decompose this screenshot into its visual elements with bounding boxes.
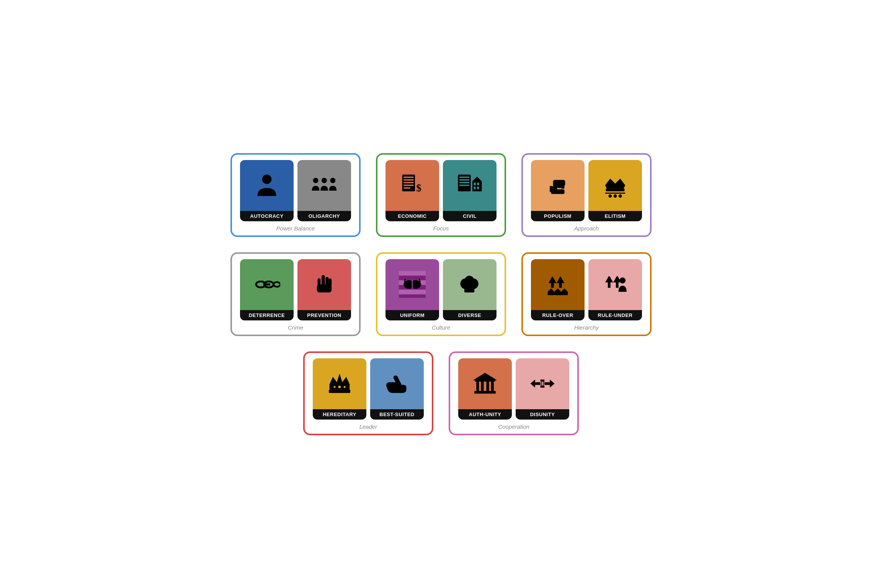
svg-rect-52	[399, 294, 426, 298]
category-name-culture: Culture	[432, 324, 450, 331]
category-hierarchy: RULE-OVER RULE-UNDER	[521, 252, 652, 336]
svg-point-0	[262, 175, 272, 184]
svg-rect-14	[459, 182, 469, 183]
hereditary-icon	[313, 358, 366, 409]
svg-marker-68	[605, 276, 613, 283]
economic-icon: $	[385, 160, 439, 211]
svg-point-1	[313, 178, 318, 183]
svg-marker-81	[473, 373, 497, 380]
svg-marker-21	[472, 176, 482, 181]
rule-over-label: RULE-OVER	[531, 310, 585, 320]
svg-rect-51	[399, 290, 426, 294]
card-hereditary[interactable]: HEREDITARY	[313, 358, 366, 420]
card-rule-over[interactable]: RULE-OVER	[531, 259, 585, 320]
card-disunity[interactable]: DISUNITY	[516, 358, 569, 420]
svg-rect-7	[403, 182, 413, 183]
card-oligarchy[interactable]: OLIGARCHY	[297, 160, 351, 221]
autocracy-label: AUTOCRACY	[240, 211, 294, 221]
cards-row: HEREDITARY BEST-SUITED	[313, 358, 424, 420]
bottom-row: HEREDITARY BEST-SUITED Leader	[230, 351, 652, 435]
card-populism[interactable]: POPULISM	[531, 160, 585, 221]
card-rule-under[interactable]: RULE-UNDER	[588, 259, 642, 320]
category-name-focus: Focus	[433, 225, 449, 232]
cards-row: POPULISM ELITISM	[531, 160, 642, 221]
svg-point-33	[619, 194, 622, 198]
svg-rect-12	[459, 176, 469, 178]
prevention-icon	[297, 259, 351, 310]
rule-over-icon	[531, 259, 585, 310]
svg-point-73	[338, 385, 341, 388]
category-approach: POPULISM ELITISM A	[521, 153, 652, 237]
card-prevention[interactable]: PREVENTION	[297, 259, 351, 320]
card-civil[interactable]: CIVIL	[443, 160, 497, 221]
svg-point-3	[330, 178, 335, 183]
svg-point-71	[619, 278, 626, 284]
civil-label: CIVIL	[443, 211, 497, 221]
civil-icon	[443, 160, 497, 211]
cards-row: AUTH-UNITY DISUNITY	[458, 358, 569, 420]
svg-rect-19	[474, 187, 476, 189]
category-name-leader: Leader	[359, 423, 377, 430]
svg-point-32	[614, 194, 617, 198]
oligarchy-label: OLIGARCHY	[297, 211, 351, 221]
svg-marker-66	[548, 289, 568, 296]
category-name-approach: Approach	[574, 225, 599, 232]
category-name-power-balance: Power Balance	[276, 225, 315, 232]
svg-rect-35	[258, 283, 263, 286]
svg-rect-8	[403, 185, 413, 186]
svg-rect-72	[329, 390, 350, 393]
category-crime: DETERRENCE PREVENTION Crime	[230, 252, 361, 336]
svg-rect-27	[553, 180, 565, 186]
cards-row: UNIFORM DIVERSE	[385, 259, 497, 320]
svg-text:$: $	[416, 183, 421, 194]
card-elitism[interactable]: ELITISM	[588, 160, 642, 221]
economic-label: ECONOMIC	[385, 211, 439, 221]
svg-rect-78	[481, 380, 484, 392]
deterrence-label: DETERRENCE	[240, 310, 294, 320]
svg-rect-48	[399, 276, 426, 280]
category-name-cooperation: Cooperation	[498, 423, 529, 430]
svg-rect-82	[475, 380, 495, 382]
rule-under-label: RULE-UNDER	[588, 310, 642, 320]
category-culture: UNIFORM DIVERSE Culture	[376, 252, 506, 336]
elitism-icon	[588, 160, 642, 211]
svg-rect-46	[317, 284, 332, 292]
cards-row: RULE-OVER RULE-UNDER	[531, 259, 642, 320]
uniform-icon	[385, 259, 439, 310]
svg-rect-15	[459, 185, 469, 186]
svg-rect-29	[606, 189, 625, 191]
svg-rect-79	[487, 380, 489, 392]
svg-rect-47	[399, 271, 426, 275]
svg-rect-6	[403, 179, 413, 181]
deterrence-icon	[240, 259, 294, 310]
card-diverse[interactable]: DIVERSE	[443, 259, 497, 320]
card-deterrence[interactable]: DETERRENCE	[240, 259, 294, 320]
category-power-balance: AUTOCRACY OLIGARCHY Power Balance	[230, 153, 361, 237]
card-auth-unity[interactable]: AUTH-UNITY	[458, 358, 512, 420]
card-autocracy[interactable]: AUTOCRACY	[240, 160, 294, 221]
card-uniform[interactable]: UNIFORM	[385, 259, 439, 320]
auth-unity-label: AUTH-UNITY	[458, 409, 512, 420]
autocracy-icon	[240, 160, 294, 211]
prevention-label: PREVENTION	[297, 310, 351, 320]
populism-icon	[531, 160, 585, 211]
card-economic[interactable]: $ ECONOMIC	[385, 160, 439, 221]
best-suited-icon	[370, 358, 424, 409]
rule-under-icon	[588, 259, 642, 310]
category-name-crime: Crime	[288, 324, 303, 331]
svg-rect-13	[459, 179, 469, 181]
svg-point-75	[344, 386, 346, 388]
disunity-label: DISUNITY	[516, 409, 569, 420]
card-best-suited[interactable]: BEST-SUITED	[370, 358, 424, 420]
main-grid: AUTOCRACY OLIGARCHY Power Balance	[230, 153, 652, 435]
uniform-label: UNIFORM	[385, 310, 439, 320]
svg-rect-77	[476, 380, 479, 392]
cards-row: AUTOCRACY OLIGARCHY	[240, 160, 351, 221]
cards-row: $ ECONOMIC	[385, 160, 497, 221]
best-suited-label: BEST-SUITED	[370, 409, 424, 420]
svg-rect-26	[551, 189, 565, 194]
svg-rect-41	[263, 283, 270, 285]
oligarchy-icon	[297, 160, 351, 211]
diverse-icon	[443, 259, 497, 310]
svg-point-74	[333, 386, 335, 388]
